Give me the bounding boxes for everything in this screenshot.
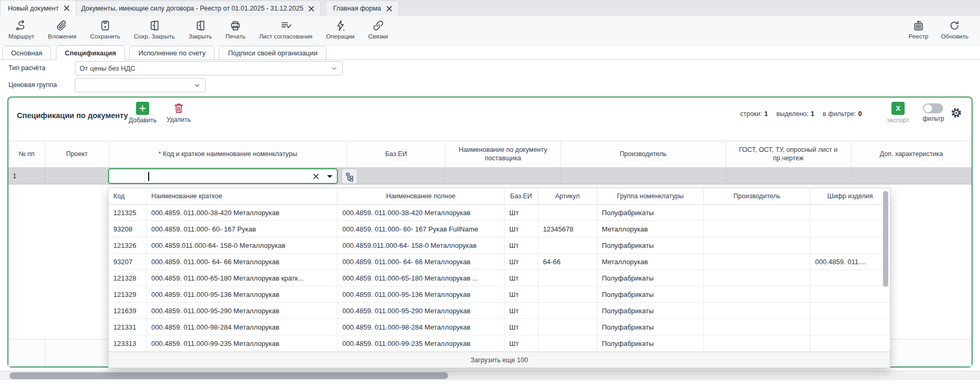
toolbar-label: Сохр. Закрыть [134,33,174,40]
tab-main[interactable]: Основная [2,46,51,60]
save-close-button[interactable]: Сохр. Закрыть [134,16,174,40]
lookup-column-header[interactable]: Артикул [538,188,597,204]
window-tab-new-document[interactable]: Новый документ [0,0,76,16]
grid-column-header[interactable]: * Код и краткое наименование номенклатур… [109,141,347,167]
lookup-row[interactable]: 93207 000.4859. 011.000- 64- 66 Металлор… [109,254,890,270]
lookup-code: 121326 [109,237,147,253]
grid-column-header[interactable]: № пп [8,141,45,167]
attachments-button[interactable]: Вложения [48,16,76,40]
window-tab-label: Главная форма [333,5,381,12]
grid-column-header[interactable]: Наименование по документу поставщика [445,141,561,167]
save-button[interactable]: Сохранить [90,16,120,40]
lookup-manufacturer [704,270,810,286]
toolbar-label: Операции [326,33,355,40]
lookup-short-name: 000.4859. 011.000-95-136 Металлорукав [147,286,338,302]
base-unit-cell [347,168,446,184]
lookup-row[interactable]: 93208 000.4859. 011.000- 60- 167 Рукав 0… [109,221,890,237]
add-row-button[interactable]: Добавить [129,102,157,124]
lookup-row[interactable]: 123313 000.4859. 011.000-99-235 Металлор… [109,335,890,352]
print-button[interactable]: Печать [226,16,246,40]
operations-button[interactable]: Операции [326,16,355,40]
text-cursor [148,172,149,181]
lookup-column-header[interactable]: Баз.ЕИ [504,188,538,204]
lookup-row[interactable]: 121329 000.4859. 011.000-95-136 Металлор… [109,286,890,303]
lookup-row[interactable]: 121331 000.4859. 011.000-98-284 Металлор… [109,319,890,335]
lookup-row[interactable]: 121326 000.4859.011.000-64- 158-0 Металл… [109,237,890,254]
load-more-button[interactable]: Загрузить еще 100 [109,352,890,368]
lookup-cipher [810,221,890,237]
toolbar-label: Сохранить [90,33,120,40]
lookup-column-header[interactable]: Код [109,188,147,204]
vertical-scrollbar-thumb[interactable] [883,191,888,287]
horizontal-scrollbar-thumb[interactable] [9,372,448,379]
route-button[interactable]: Маршрут [8,16,34,40]
lookup-short-name: 000.4859. 011.000-98-284 Металлорукав [147,319,338,335]
lookup-code: 121325 [109,205,147,220]
window-tab-label: Документы, имеющие силу договора - Реест… [81,5,303,12]
chevron-down-icon[interactable] [323,172,337,180]
lookup-column-header[interactable]: Наименование краткое [147,188,338,204]
lookup-unit: Шт [504,270,538,286]
tab-own-org-signatures[interactable]: Подписи своей организации [219,46,326,60]
registry-button[interactable]: Реестр [909,16,928,40]
price-group-label: Ценовая группа [8,81,57,89]
close-button[interactable]: Закрыть [188,16,211,40]
panel-header: Спецификации по документу Добавить Удали… [8,98,972,141]
links-button[interactable]: Связки [368,16,387,40]
close-icon[interactable] [64,5,70,11]
close-icon[interactable] [386,6,392,12]
grid-column-header[interactable]: Производитель [561,141,726,167]
lookup-unit: Шт [504,205,538,220]
approval-sheet-button[interactable]: Лист согласования [259,16,312,40]
price-group-select[interactable] [75,78,206,92]
plus-icon [136,102,149,115]
tab-specification[interactable]: Спецификация [56,45,125,60]
tree-view-button[interactable] [342,169,357,184]
grid-column-header[interactable]: Баз.ЕИ [347,141,446,167]
window-tab-registry[interactable]: Документы, имеющие силу договора - Реест… [73,1,321,16]
delete-row-button[interactable]: Удалить [167,102,191,123]
lookup-group: Полуфабрикаты [597,205,704,220]
calc-type-value: От цены без НДС [80,64,135,72]
delete-row-label: Удалить [167,116,191,123]
grid-column-headers: № ппПроект* Код и краткое наименование н… [8,141,972,168]
toolbar-label: Обновить [941,33,968,40]
lookup-row[interactable]: 121325 000.4859. 011.000-38-420 Металлор… [109,205,890,221]
clear-icon[interactable] [309,173,323,180]
lookup-group: Полуфабрикаты [597,319,704,335]
grid-column-header[interactable]: ГОСТ, ОСТ, ТУ, опросный лист и пр.чертеж [726,141,851,167]
export-button[interactable]: X экспорт [887,102,909,124]
nomenclature-combobox[interactable] [108,168,338,184]
lookup-row[interactable]: 121328 000.4859. 011.000-65-180 Металлор… [109,270,890,286]
calc-type-select[interactable]: От цены без НДС [75,61,343,75]
window-tab-main-form[interactable]: Главная форма [325,1,399,16]
lookup-unit: Шт [504,221,538,237]
lookup-unit: Шт [504,303,538,319]
lookup-column-header[interactable]: Группа номенклатуры [597,188,704,204]
lookup-row[interactable]: 121639 000.4859. 011.000-95-290 Металлор… [109,303,890,319]
lookup-full-name: 000.4859. 011.000-95-136 Металлорукав [337,286,504,302]
lookup-unit: Шт [504,254,538,269]
refresh-button[interactable]: Обновить [941,16,968,40]
lookup-column-header[interactable]: Шифр изделия [810,188,890,204]
tab-invoice-execution[interactable]: Исполнение по счету [129,46,215,60]
lookup-short-name: 000.4859. 011.000-95-290 Металлорукав [147,303,338,319]
close-icon[interactable] [308,6,314,12]
window-tab-strip: Новый документ Документы, имеющие силу д… [0,0,980,16]
grid-column-header[interactable]: Доп. характеристика [851,141,972,167]
filter-toggle[interactable]: фильтр [923,102,944,122]
lookup-cipher: 000.4859. 011.... [810,254,890,269]
door-icon [194,20,206,32]
lightning-icon [334,20,346,32]
lookup-column-header[interactable]: Производитель [704,188,810,204]
lookup-code: 93208 [109,221,147,237]
toggle-off-icon [923,103,943,113]
lookup-cipher [810,205,890,220]
settings-gear-button[interactable] [949,106,963,120]
manufacturer-cell [561,168,726,184]
save-icon [99,20,111,32]
lookup-column-header[interactable]: Наименование полное [337,188,504,204]
nomenclature-search-input[interactable] [145,169,309,183]
trash-icon [172,102,185,114]
grid-column-header[interactable]: Проект [45,141,109,167]
